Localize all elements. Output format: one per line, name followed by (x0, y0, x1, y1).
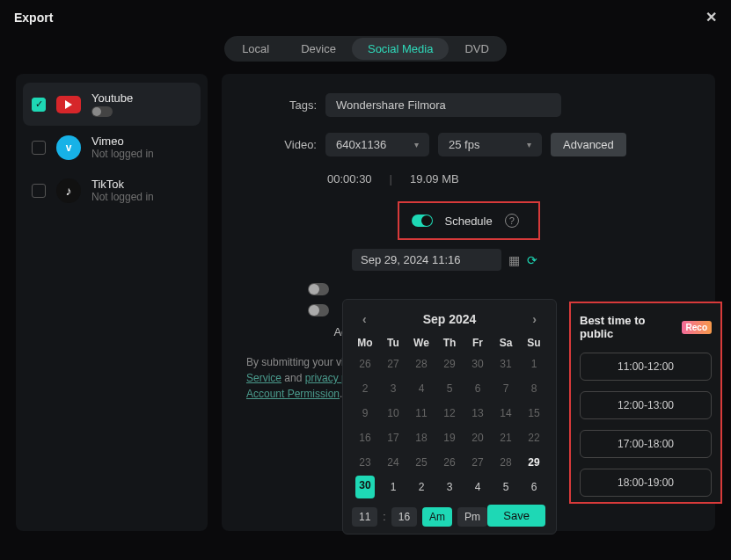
calendar-day[interactable]: 20 (464, 426, 491, 449)
tab-dvd[interactable]: DVD (449, 38, 504, 60)
calendar-day[interactable]: 9 (352, 402, 378, 425)
reco-badge: Reco (682, 321, 712, 334)
youtube-icon (56, 96, 81, 113)
time-slot[interactable]: 18:00-19:00 (580, 469, 712, 497)
schedule-datetime-input[interactable]: Sep 29, 2024 11:16 (352, 249, 501, 271)
help-icon[interactable]: ? (505, 214, 519, 228)
tab-local[interactable]: Local (226, 38, 285, 60)
calendar-day[interactable]: 29 (521, 451, 547, 474)
calendar-day[interactable]: 25 (408, 451, 435, 474)
calendar-day[interactable]: 11 (408, 402, 435, 425)
calendar-day[interactable]: 31 (493, 353, 519, 375)
resolution-select[interactable]: 640x1136 ▾ (325, 133, 429, 156)
schedule-toggle[interactable] (412, 215, 433, 227)
tiktok-icon: ♪ (56, 178, 81, 203)
schedule-label: Schedule (445, 215, 493, 228)
calendar-day[interactable]: 19 (436, 426, 463, 449)
calendar-day[interactable]: 12 (436, 402, 463, 425)
calendar-day[interactable]: 26 (436, 451, 463, 474)
sidebar-item-vimeo[interactable]: v Vimeo Not logged in (23, 126, 201, 169)
calendar-day[interactable]: 26 (352, 353, 378, 375)
time-slot[interactable]: 11:00-12:00 (580, 353, 712, 381)
platform-name: TikTok (91, 178, 154, 191)
calendar-day[interactable]: 18 (408, 426, 435, 449)
tags-input[interactable]: Wondershare Filmora (325, 93, 561, 117)
calendar-dow: We (408, 333, 435, 353)
schedule-highlight: Schedule ? (398, 201, 540, 240)
calendar-day[interactable]: 10 (380, 402, 406, 425)
checkbox-vimeo[interactable] (32, 141, 46, 155)
divider: | (390, 172, 392, 185)
calendar-day[interactable]: 28 (493, 451, 519, 474)
checkbox-youtube[interactable]: ✓ (32, 98, 46, 112)
calendar-dow: Tu (380, 333, 406, 353)
tab-device[interactable]: Device (285, 38, 352, 60)
time-slot[interactable]: 17:00-18:00 (580, 430, 712, 458)
am-button[interactable]: Am (422, 507, 452, 527)
calendar-day[interactable]: 27 (380, 353, 406, 375)
advanced-button[interactable]: Advanced (551, 133, 626, 156)
calendar-day[interactable]: 15 (521, 402, 547, 425)
calendar-day[interactable]: 1 (380, 476, 406, 498)
hour-input[interactable]: 11 (352, 507, 377, 527)
calendar-day[interactable]: 6 (464, 377, 491, 400)
calendar-day[interactable]: 23 (352, 451, 378, 474)
refresh-icon[interactable]: ⟳ (527, 253, 537, 267)
calendar-day[interactable]: 22 (521, 426, 547, 449)
account-permission-link[interactable]: Account Permission (246, 388, 340, 400)
calendar-day[interactable]: 28 (408, 353, 435, 375)
calendar-next-button[interactable]: › (527, 312, 542, 326)
pm-button[interactable]: Pm (457, 507, 487, 527)
calendar-day[interactable]: 24 (380, 451, 406, 474)
tab-social-media[interactable]: Social Media (352, 38, 449, 60)
close-icon[interactable]: ✕ (705, 9, 717, 25)
calendar-popup: ‹ Sep 2024 › MoTuWeThFrSaSu 262728293031… (342, 299, 557, 535)
option-toggle-2[interactable] (308, 304, 329, 316)
calendar-dow: Sa (493, 333, 519, 353)
calendar-day[interactable]: 21 (493, 426, 519, 449)
calendar-day[interactable]: 7 (493, 377, 519, 400)
calendar-day[interactable]: 4 (408, 377, 435, 400)
calendar-day[interactable]: 17 (380, 426, 406, 449)
minute-input[interactable]: 16 (391, 507, 417, 527)
chevron-down-icon: ▾ (414, 140, 419, 149)
platform-sidebar: ✓ Youtube v Vimeo Not logged in ♪ TikTok… (16, 74, 208, 531)
calendar-day[interactable]: 3 (436, 476, 463, 498)
checkbox-tiktok[interactable] (32, 184, 46, 198)
youtube-mini-toggle[interactable] (91, 106, 113, 117)
calendar-day[interactable]: 5 (493, 476, 519, 498)
save-button[interactable]: Save (487, 505, 545, 527)
calendar-day[interactable]: 14 (493, 402, 519, 425)
calendar-day[interactable]: 27 (464, 451, 491, 474)
calendar-day[interactable]: 6 (521, 476, 547, 498)
calendar-day[interactable]: 2 (408, 476, 435, 498)
calendar-dow: Fr (464, 333, 491, 353)
calendar-day[interactable]: 8 (521, 377, 547, 400)
calendar-dow: Su (521, 333, 547, 353)
time-slot[interactable]: 12:00-13:00 (580, 391, 712, 419)
export-tabs: Local Device Social Media DVD (0, 31, 731, 74)
best-time-panel: Best time to public Reco 11:00-12:0012:0… (569, 302, 722, 504)
calendar-icon[interactable]: ▦ (508, 253, 520, 267)
calendar-dow: Mo (352, 333, 378, 353)
window-title: Export (14, 11, 53, 25)
calendar-day[interactable]: 16 (352, 426, 378, 449)
calendar-day[interactable]: 2 (352, 377, 378, 400)
calendar-dow: Th (436, 333, 463, 353)
service-link[interactable]: Service (246, 372, 281, 384)
calendar-day[interactable]: 5 (436, 377, 463, 400)
calendar-day[interactable]: 1 (521, 353, 547, 375)
calendar-prev-button[interactable]: ‹ (357, 312, 372, 326)
calendar-day[interactable]: 30 (355, 476, 375, 498)
vimeo-icon: v (56, 135, 81, 160)
calendar-day[interactable]: 30 (464, 353, 491, 375)
calendar-day[interactable]: 29 (436, 353, 463, 375)
calendar-day[interactable]: 13 (464, 402, 491, 425)
fps-select[interactable]: 25 fps ▾ (438, 133, 542, 156)
calendar-day[interactable]: 4 (464, 476, 491, 498)
sidebar-item-youtube[interactable]: ✓ Youtube (23, 83, 201, 126)
calendar-month-label: Sep 2024 (423, 312, 477, 326)
option-toggle-1[interactable] (308, 283, 329, 295)
sidebar-item-tiktok[interactable]: ♪ TikTok Not logged in (23, 169, 201, 212)
calendar-day[interactable]: 3 (380, 377, 406, 400)
